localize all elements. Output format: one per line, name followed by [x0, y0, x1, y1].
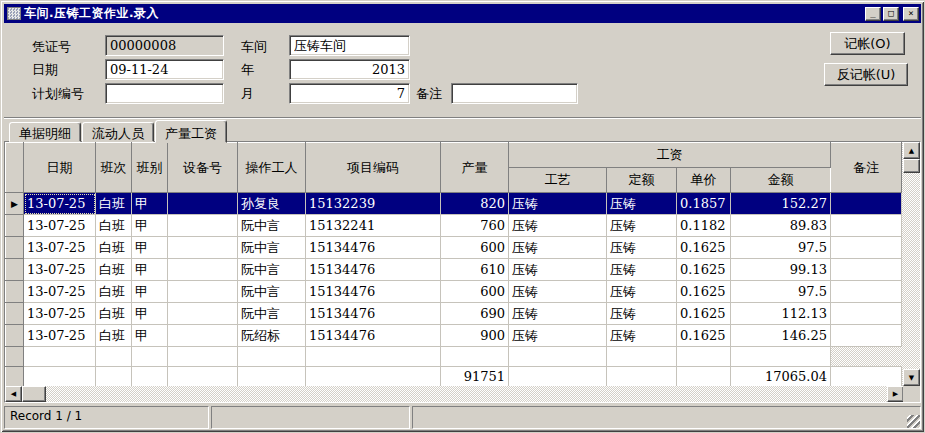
grid-cell[interactable]: 13-07-25: [24, 325, 96, 347]
grid-cell[interactable]: 15134476: [306, 237, 441, 259]
row-selector-cell[interactable]: [6, 281, 24, 303]
grid-cell[interactable]: 压铸: [607, 303, 677, 325]
scroll-left-icon[interactable]: ◀: [5, 386, 22, 402]
grid-cell[interactable]: 阮中言: [238, 303, 306, 325]
grid-cell[interactable]: 0.1625: [677, 259, 731, 281]
grid-cell[interactable]: 甲: [132, 259, 168, 281]
grid-cell[interactable]: 112.13: [731, 303, 831, 325]
horizontal-scroll-thumb[interactable]: [22, 386, 46, 402]
title-bar[interactable]: 车间.压铸工资作业.录入 _ □ ×: [4, 4, 921, 23]
grid-cell[interactable]: 152.27: [731, 193, 831, 215]
vertical-scrollbar[interactable]: ▲ ▼: [903, 142, 920, 386]
grid-cell[interactable]: 甲: [132, 237, 168, 259]
close-button[interactable]: ×: [903, 7, 919, 21]
grid-cell[interactable]: 0.1625: [677, 325, 731, 347]
horizontal-scrollbar[interactable]: ◀ ▶: [5, 386, 904, 402]
grid-cell[interactable]: 13-07-25: [24, 259, 96, 281]
grid-cell[interactable]: 阮中言: [238, 281, 306, 303]
grid-cell[interactable]: 15132239: [306, 193, 441, 215]
grid-cell[interactable]: 压铸: [509, 237, 607, 259]
year-field[interactable]: [289, 59, 410, 80]
grid-cell[interactable]: [168, 259, 238, 281]
grid-cell[interactable]: 15134476: [306, 303, 441, 325]
scroll-up-icon[interactable]: ▲: [903, 142, 920, 159]
grid-cell[interactable]: 压铸: [509, 193, 607, 215]
grid-cell[interactable]: [168, 237, 238, 259]
tab-output-wages[interactable]: 产量工资: [155, 120, 227, 143]
resize-grip-icon[interactable]: [907, 415, 920, 428]
table-row[interactable]: 13-07-25白班甲阮中言15134476600压铸压铸0.162597.5: [6, 281, 902, 303]
scroll-down-icon[interactable]: ▼: [903, 369, 920, 386]
maximize-button[interactable]: □: [883, 7, 899, 21]
workshop-field[interactable]: [289, 35, 410, 56]
vertical-scroll-thumb[interactable]: [903, 159, 920, 173]
grid-cell[interactable]: 610: [441, 259, 509, 281]
grid-cell[interactable]: 压铸: [509, 259, 607, 281]
column-header-unit-price[interactable]: 单价: [677, 168, 731, 193]
grid-cell[interactable]: [168, 325, 238, 347]
column-header-process[interactable]: 工艺: [509, 168, 607, 193]
grid-cell[interactable]: 甲: [132, 281, 168, 303]
post-button[interactable]: 记帐(O): [830, 32, 905, 55]
grid-cell[interactable]: 压铸: [509, 303, 607, 325]
table-row[interactable]: ▶13-07-25白班甲孙复良15132239820压铸压铸0.1857152.…: [6, 193, 902, 215]
table-row[interactable]: 13-07-25白班甲阮绍标15134476900压铸压铸0.1625146.2…: [6, 325, 902, 347]
table-row[interactable]: 13-07-25白班甲阮中言15132241760压铸压铸0.118289.83: [6, 215, 902, 237]
grid-cell[interactable]: 13-07-25: [24, 237, 96, 259]
row-selector-cell[interactable]: [6, 347, 24, 367]
table-row[interactable]: 13-07-25白班甲阮中言15134476610压铸压铸0.162599.13: [6, 259, 902, 281]
column-header-quota[interactable]: 定额: [607, 168, 677, 193]
row-selector-cell[interactable]: [6, 237, 24, 259]
minimize-button[interactable]: _: [865, 7, 881, 21]
month-field[interactable]: [289, 83, 410, 104]
grid-cell[interactable]: 15134476: [306, 259, 441, 281]
grid-cell[interactable]: 孙复良: [238, 193, 306, 215]
column-header-remark[interactable]: 备注: [831, 143, 902, 193]
grid-cell[interactable]: 白班: [96, 325, 132, 347]
grid-cell[interactable]: [831, 259, 902, 281]
grid-cell[interactable]: 阮中言: [238, 259, 306, 281]
grid-cell[interactable]: 压铸: [607, 215, 677, 237]
unpost-button[interactable]: 反记帐(U): [824, 63, 908, 86]
grid-cell[interactable]: 白班: [96, 237, 132, 259]
tab-floating-personnel[interactable]: 流动人员: [82, 122, 154, 142]
column-header-operator[interactable]: 操作工人: [238, 143, 306, 193]
table-row[interactable]: 13-07-25白班甲阮中言15134476690压铸压铸0.1625112.1…: [6, 303, 902, 325]
grid-cell[interactable]: 15132241: [306, 215, 441, 237]
grid-cell[interactable]: 压铸: [509, 215, 607, 237]
grid-cell[interactable]: [168, 215, 238, 237]
grid-cell[interactable]: [831, 281, 902, 303]
tab-document-details[interactable]: 单据明细: [9, 122, 81, 142]
grid-cell[interactable]: 99.13: [731, 259, 831, 281]
grid-cell[interactable]: 15134476: [306, 281, 441, 303]
grid-cell[interactable]: [168, 303, 238, 325]
row-selector-cell[interactable]: [6, 367, 24, 387]
grid-cell[interactable]: 15134476: [306, 325, 441, 347]
grid-cell[interactable]: 89.83: [731, 215, 831, 237]
grid-cell[interactable]: 甲: [132, 325, 168, 347]
column-header-class[interactable]: 班别: [132, 143, 168, 193]
grid-cell[interactable]: 600: [441, 237, 509, 259]
grid-cell[interactable]: 阮中言: [238, 237, 306, 259]
grid-cell[interactable]: 820: [441, 193, 509, 215]
grid-cell[interactable]: 甲: [132, 215, 168, 237]
grid-cell[interactable]: 0.1625: [677, 303, 731, 325]
grid-cell[interactable]: 白班: [96, 215, 132, 237]
voucher-no-field[interactable]: [105, 35, 224, 56]
grid-cell[interactable]: 压铸: [607, 325, 677, 347]
grid-cell[interactable]: 146.25: [731, 325, 831, 347]
column-header-date[interactable]: 日期: [24, 143, 96, 193]
grid-cell[interactable]: 白班: [96, 259, 132, 281]
row-selector-cell[interactable]: [6, 259, 24, 281]
date-field[interactable]: [105, 59, 224, 80]
column-header-equipment[interactable]: 设备号: [168, 143, 238, 193]
grid-cell[interactable]: 13-07-25: [24, 303, 96, 325]
grid-cell[interactable]: 压铸: [607, 237, 677, 259]
grid-cell[interactable]: [168, 281, 238, 303]
row-selector-cell[interactable]: [6, 325, 24, 347]
grid-cell[interactable]: 压铸: [607, 259, 677, 281]
grid-cell[interactable]: 760: [441, 215, 509, 237]
column-header-output[interactable]: 产量: [441, 143, 509, 193]
grid-cell[interactable]: [831, 303, 902, 325]
grid-cell[interactable]: 甲: [132, 303, 168, 325]
